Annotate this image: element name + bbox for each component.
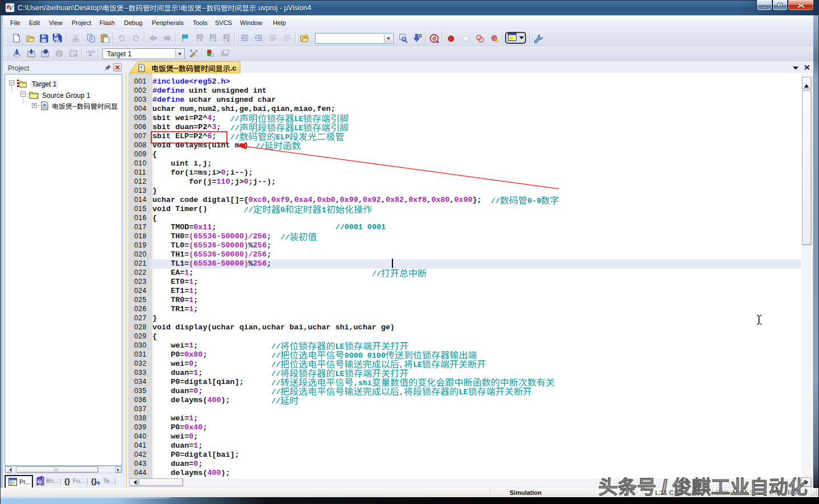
- svg-text:LOAD: LOAD: [86, 50, 95, 53]
- svg-text:V: V: [9, 4, 14, 12]
- svg-text:?: ?: [38, 479, 40, 485]
- svg-text:d: d: [432, 35, 436, 42]
